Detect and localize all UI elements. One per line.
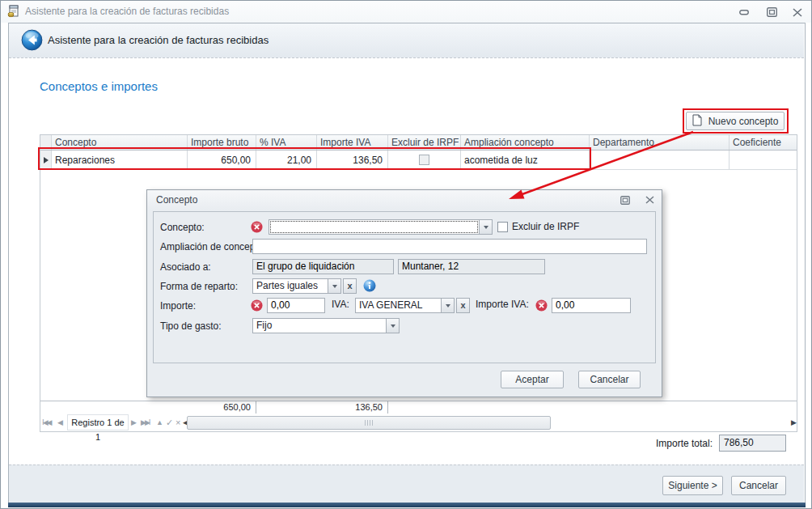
table-row[interactable]: Reparaciones 650,00 21,00 136,50 acometi… <box>40 151 797 170</box>
column-header-concepto[interactable]: Concepto <box>52 135 188 150</box>
reparto-field-label: Forma de reparto: <box>160 281 238 292</box>
nav-prev-icon[interactable]: ◀ <box>57 417 63 428</box>
cell-concepto[interactable]: Reparaciones <box>52 151 188 169</box>
window-titlebar: Asistente para la creación de facturas r… <box>1 1 811 23</box>
tipo-gasto-combobox-value[interactable]: Fijo <box>253 319 386 333</box>
hscroll-grip <box>365 420 374 426</box>
aceptar-button[interactable]: Aceptar <box>501 371 564 388</box>
cell-pct-iva[interactable]: 21,00 <box>256 151 317 169</box>
column-header-coeficiente[interactable]: Coeficiente <box>730 135 797 150</box>
error-icon-importe-iva <box>535 299 548 314</box>
cancelar-button[interactable]: Cancelar <box>731 476 786 495</box>
new-concept-label: Nuevo concepto <box>708 116 779 127</box>
tipo-gasto-field-label: Tipo de gasto: <box>160 320 222 332</box>
page-title: Conceptos e importes <box>40 79 158 93</box>
column-header-excluir-irpf[interactable]: Excluir de IRPF <box>388 135 461 150</box>
concepto-dialog: Concepto Concepto: Excluir de IRPF Ampli… <box>146 189 662 397</box>
reparto-combobox[interactable]: Partes iguales <box>252 278 341 294</box>
dialog-titlebar[interactable]: Concepto <box>147 190 662 210</box>
tipo-gasto-dropdown-icon[interactable] <box>386 319 399 333</box>
nav-next-icon[interactable]: ▶ <box>131 417 137 428</box>
ampliacion-field-label: Ampliación de concepto: <box>160 241 266 252</box>
column-header-ampliacion[interactable]: Ampliación concepto <box>461 135 590 150</box>
reparto-clear-icon[interactable]: x <box>343 278 357 294</box>
excluir-irpf-dialog-label: Excluir de IRPF <box>512 221 579 232</box>
wizard-title: Asistente para la creación de facturas r… <box>48 23 269 57</box>
app-window: Asistente para la creación de facturas r… <box>0 0 812 509</box>
iva-combobox-value[interactable]: IVA GENERAL <box>356 299 441 312</box>
importe-input[interactable]: 0,00 <box>267 298 325 313</box>
column-header-importe-iva[interactable]: Importe IVA <box>317 135 388 150</box>
hscroll-right-icon[interactable]: ▶ <box>791 417 797 428</box>
dialog-restore-icon[interactable] <box>619 194 632 206</box>
asociado-name-field: Muntaner, 12 <box>398 259 545 274</box>
nav-endedit-icon[interactable]: ✓ <box>166 417 173 428</box>
siguiente-button[interactable]: Siguiente > <box>662 476 723 495</box>
concepto-dropdown-icon[interactable] <box>479 220 492 234</box>
back-button[interactable] <box>21 29 43 51</box>
cell-excluir-irpf[interactable] <box>388 151 461 169</box>
cell-coeficiente[interactable] <box>730 151 797 169</box>
column-header-pct-iva[interactable]: % IVA <box>256 135 317 150</box>
record-navigator: Ⅰ◀◀ ◀ Registro 1 de 1 ▶ ▶▶Ⅰ ▲ ✓ × ◀ ▶ <box>40 414 797 431</box>
grid-header-row: Concepto Importe bruto % IVA Importe IVA… <box>40 135 797 151</box>
column-header-departamento[interactable]: Departamento <box>590 135 730 150</box>
column-header-importe-bruto[interactable]: Importe bruto <box>188 135 256 150</box>
error-icon-concepto <box>251 221 263 235</box>
concepto-combobox-value[interactable] <box>269 220 479 234</box>
dialog-cancelar-button[interactable]: Cancelar <box>578 371 641 388</box>
concepto-combobox[interactable] <box>269 219 493 235</box>
window-title: Asistente para la creación de facturas r… <box>25 1 229 23</box>
nav-first-icon[interactable]: Ⅰ◀◀ <box>42 417 51 428</box>
asociado-field-label: Asociado a: <box>160 261 211 273</box>
minimize-icon[interactable] <box>737 6 751 19</box>
grid-indicator-header <box>40 135 52 150</box>
excluir-irpf-checkbox[interactable] <box>419 155 429 165</box>
info-icon <box>363 279 376 295</box>
concepto-field-label: Concepto: <box>160 222 205 233</box>
cell-departamento[interactable] <box>590 151 730 169</box>
ampliacion-input[interactable] <box>252 239 647 254</box>
iva-dropdown-icon[interactable] <box>441 299 454 312</box>
restore-icon[interactable] <box>764 6 779 19</box>
importe-iva-input[interactable]: 0,00 <box>552 298 631 313</box>
reparto-combobox-value[interactable]: Partes iguales <box>253 279 328 293</box>
iva-field-label: IVA: <box>332 299 349 310</box>
reparto-dropdown-icon[interactable] <box>328 279 340 293</box>
iva-clear-icon[interactable]: x <box>456 298 470 313</box>
importe-iva-field-label: Importe IVA: <box>476 299 529 310</box>
dialog-close-icon[interactable] <box>643 194 656 206</box>
excluir-irpf-dialog-checkbox[interactable] <box>497 222 508 232</box>
hscroll-thumb[interactable] <box>187 416 551 430</box>
close-icon[interactable] <box>790 6 805 19</box>
cell-importe-bruto[interactable]: 650,00 <box>188 151 256 169</box>
record-counter: Registro 1 de 1 <box>67 414 129 431</box>
nav-last-icon[interactable]: ▶▶Ⅰ <box>141 417 150 428</box>
cell-importe-iva[interactable]: 136,50 <box>317 151 388 169</box>
cell-ampliacion[interactable]: acometida de luz <box>461 151 590 169</box>
invoice-app-icon <box>7 5 20 20</box>
new-document-icon <box>692 114 702 129</box>
tipo-gasto-combobox[interactable]: Fijo <box>252 318 400 333</box>
error-icon-importe <box>251 299 263 314</box>
iva-combobox[interactable]: IVA GENERAL <box>355 298 455 313</box>
summary-importe-iva: 136,50 <box>317 401 388 414</box>
asociado-group-field: El grupo de liquidación <box>252 259 394 274</box>
new-concept-button[interactable]: Nuevo concepto <box>686 112 785 130</box>
window-bottom-border <box>8 503 806 507</box>
dialog-title: Concepto <box>156 190 197 210</box>
row-indicator-icon <box>40 151 52 169</box>
nav-cancel-icon[interactable]: × <box>176 417 180 428</box>
nav-append-icon[interactable]: ▲ <box>156 417 163 428</box>
summary-importe-bruto: 650,00 <box>188 401 256 414</box>
importe-total-value: 786,50 <box>719 435 786 452</box>
grid-summary-row: 650,00 136,50 <box>40 401 797 414</box>
importe-field-label: Importe: <box>160 300 196 312</box>
importe-total-label: Importe total: <box>567 435 713 452</box>
wizard-header: Asistente para la creación de facturas r… <box>9 23 804 58</box>
